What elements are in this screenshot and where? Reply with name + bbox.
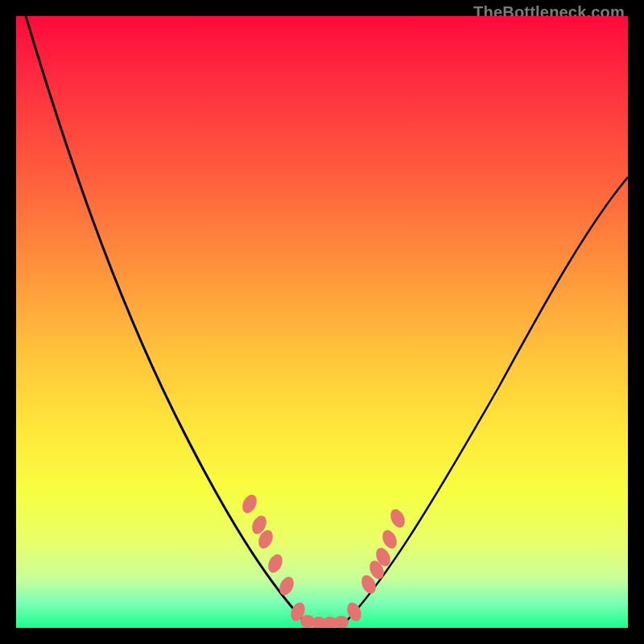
marker-group (240, 493, 408, 628)
svg-point-0 (240, 493, 260, 516)
chart-stage: TheBottleneck.com (0, 0, 644, 644)
svg-point-9 (334, 616, 349, 628)
svg-point-3 (266, 552, 286, 576)
svg-point-14 (380, 528, 400, 551)
plot-area (16, 16, 628, 628)
svg-point-15 (388, 507, 408, 530)
curve-layer (16, 16, 628, 628)
svg-point-4 (277, 575, 297, 598)
